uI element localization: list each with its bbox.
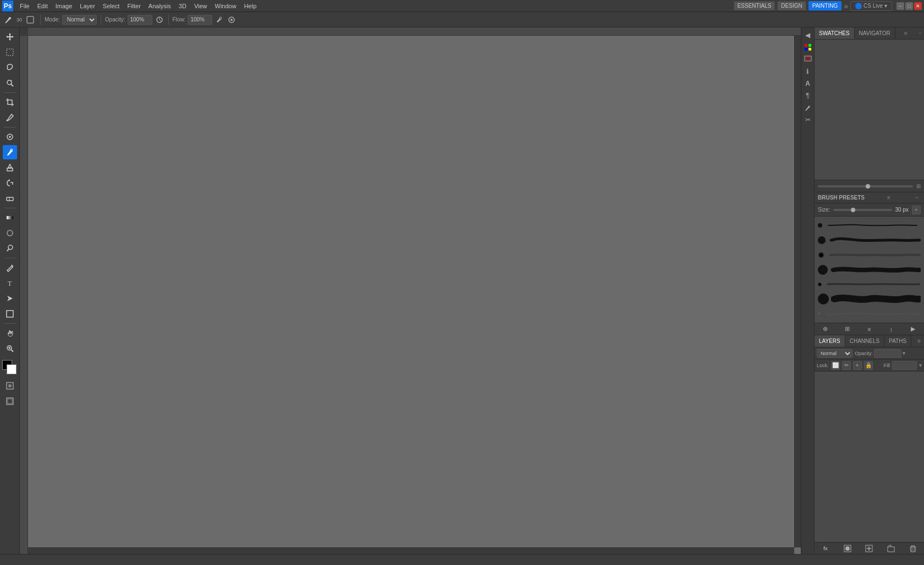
- dodge-tool[interactable]: [3, 241, 17, 256]
- menu-select[interactable]: Select: [100, 2, 123, 10]
- brush-panel-collapse[interactable]: −: [913, 194, 921, 202]
- brush-footer-list[interactable]: ≡: [864, 324, 875, 335]
- brush-size-slider[interactable]: [833, 209, 892, 211]
- brush-preset-4[interactable]: [817, 263, 922, 276]
- quick-select-tool[interactable]: [3, 76, 17, 90]
- opacity-input[interactable]: [128, 15, 152, 25]
- layer-delete-button[interactable]: [908, 543, 919, 554]
- layer-mask-button[interactable]: [842, 543, 853, 554]
- brush-footer-grid[interactable]: ⊞: [842, 324, 853, 335]
- menu-file[interactable]: File: [16, 2, 33, 10]
- brush-preset-6[interactable]: [817, 292, 922, 306]
- tab-layers[interactable]: LAYERS: [815, 335, 845, 347]
- canvas-area[interactable]: [20, 27, 801, 554]
- cs-live-button[interactable]: CS Live ▾: [850, 1, 892, 11]
- menu-help[interactable]: Help: [241, 2, 260, 10]
- brush-options-icon[interactable]: [24, 14, 36, 26]
- screen-mode-button[interactable]: [3, 394, 17, 408]
- layer-fx-button[interactable]: fx: [820, 543, 831, 554]
- history-brush-tool[interactable]: [3, 176, 17, 190]
- swatches-slider-thumb[interactable]: [866, 184, 870, 189]
- tab-swatches[interactable]: SWATCHES: [815, 27, 855, 39]
- brush-footer-sort[interactable]: ↕: [886, 324, 897, 335]
- swatches-slider[interactable]: [818, 185, 913, 187]
- brush-panel-options[interactable]: ≡: [884, 193, 894, 202]
- layer-mode-dropdown[interactable]: Normal: [817, 349, 853, 358]
- menu-window[interactable]: Window: [212, 2, 240, 10]
- menu-filter[interactable]: Filter: [124, 2, 144, 10]
- collapse-panels-icon[interactable]: ◀: [802, 30, 813, 41]
- background-color[interactable]: [7, 364, 16, 374]
- expand-workspaces-icon[interactable]: »: [844, 2, 848, 10]
- hand-tool[interactable]: [3, 326, 17, 340]
- gradient-tool[interactable]: [3, 211, 17, 225]
- workspace-painting[interactable]: PAINTING: [809, 1, 842, 10]
- opacity-pressure-icon[interactable]: [155, 15, 164, 25]
- opacity-value-input[interactable]: [874, 349, 901, 358]
- shape-tool[interactable]: [3, 307, 17, 321]
- eyedropper-tool[interactable]: [3, 110, 17, 125]
- opacity-chevron[interactable]: ▾: [903, 350, 905, 356]
- brush-preset-7[interactable]: [817, 307, 922, 320]
- path-select-tool[interactable]: [3, 291, 17, 306]
- brush-preset-3[interactable]: [817, 248, 922, 262]
- blur-tool[interactable]: [3, 226, 17, 240]
- info-strip-icon[interactable]: ℹ: [802, 66, 813, 77]
- swatches-panel-collapse[interactable]: −: [916, 30, 924, 37]
- tablet-pressure-icon[interactable]: [227, 15, 237, 25]
- menu-edit[interactable]: Edit: [34, 2, 51, 10]
- lock-image-icon[interactable]: ✏: [842, 361, 851, 370]
- brush-preset-1[interactable]: [817, 219, 922, 232]
- brush-footer-play[interactable]: ▶: [908, 324, 919, 335]
- swatches-strip-icon[interactable]: [802, 42, 813, 53]
- brush-size-add-icon[interactable]: +: [912, 206, 921, 214]
- layer-group-button[interactable]: [886, 543, 897, 554]
- horizontal-scrollbar[interactable]: [28, 547, 794, 554]
- brush-size-thumb[interactable]: [851, 208, 855, 212]
- zoom-tool[interactable]: [3, 341, 17, 356]
- lasso-tool[interactable]: [3, 60, 17, 75]
- vertical-scrollbar[interactable]: [794, 36, 801, 547]
- brush-footer-new[interactable]: ⊕: [820, 324, 831, 335]
- menu-analysis[interactable]: Analysis: [145, 2, 174, 10]
- lock-position-icon[interactable]: +: [853, 361, 862, 370]
- minimize-button[interactable]: −: [897, 2, 904, 10]
- layer-new-button[interactable]: [864, 543, 875, 554]
- paragraph-strip-icon[interactable]: ¶: [802, 90, 813, 101]
- brush-tool[interactable]: [3, 145, 17, 159]
- move-tool[interactable]: [3, 30, 17, 44]
- crop-tool[interactable]: [3, 95, 17, 109]
- mode-dropdown[interactable]: Normal: [62, 15, 97, 25]
- swatches-panel-options[interactable]: ≡: [901, 29, 911, 38]
- scissors-strip-icon[interactable]: ✂: [802, 114, 813, 125]
- menu-layer[interactable]: Layer: [76, 2, 98, 10]
- workspace-essentials[interactable]: ESSENTIALS: [734, 1, 776, 10]
- eraser-tool[interactable]: [3, 191, 17, 206]
- navigator-strip-icon[interactable]: [802, 54, 813, 65]
- flow-airbrush-icon[interactable]: [215, 15, 224, 25]
- maximize-button[interactable]: □: [905, 2, 913, 10]
- type-tool[interactable]: T: [3, 276, 17, 290]
- layers-panel-options[interactable]: ≡: [914, 336, 924, 346]
- swatches-panel-expand[interactable]: ⊞: [916, 183, 921, 189]
- menu-view[interactable]: View: [191, 2, 211, 10]
- flow-input[interactable]: [188, 15, 212, 25]
- close-button[interactable]: ✕: [914, 2, 922, 10]
- fill-chevron[interactable]: ▾: [919, 362, 922, 368]
- brush-preset-2[interactable]: [817, 234, 922, 247]
- tab-channels[interactable]: CHANNELS: [845, 335, 884, 347]
- brush-strip-icon[interactable]: [802, 102, 813, 113]
- menu-3d[interactable]: 3D: [175, 2, 190, 10]
- brush-preset-5[interactable]: [817, 278, 922, 291]
- character-strip-icon[interactable]: A: [802, 78, 813, 89]
- pen-tool[interactable]: [3, 261, 17, 275]
- lock-transparent-icon[interactable]: ⬜: [831, 361, 840, 370]
- quick-mask-button[interactable]: [3, 379, 17, 393]
- clone-tool[interactable]: [3, 160, 17, 175]
- healing-tool[interactable]: [3, 130, 17, 144]
- brush-tool-icon[interactable]: [2, 14, 14, 26]
- marquee-tool[interactable]: [3, 45, 17, 59]
- tab-paths[interactable]: PATHS: [884, 335, 911, 347]
- menu-image[interactable]: Image: [52, 2, 76, 10]
- lock-all-icon[interactable]: 🔒: [864, 361, 873, 370]
